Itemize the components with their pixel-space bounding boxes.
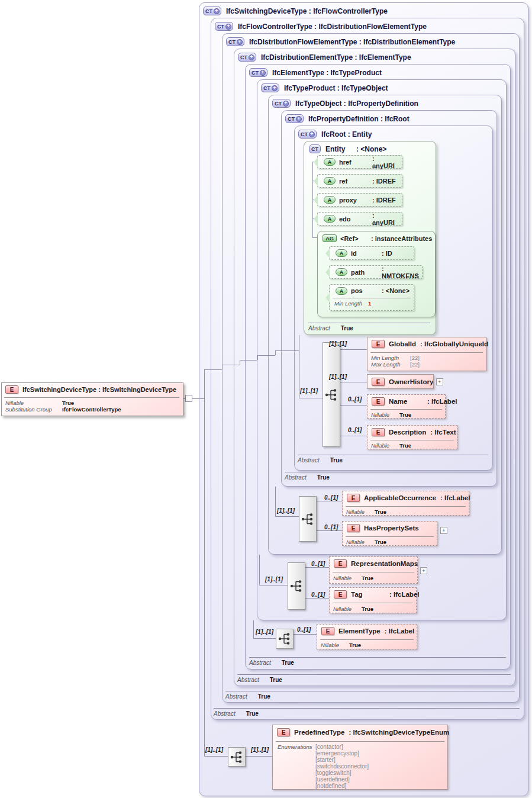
connector-line <box>317 501 342 501</box>
connector-line <box>340 382 367 382</box>
sequence-icon <box>288 562 305 610</box>
nillable-row: NillableTrue <box>333 606 373 612</box>
divider <box>333 298 411 298</box>
connector-line <box>240 360 257 361</box>
connector-line <box>340 349 367 350</box>
enum-value: [emergencystop] <box>315 750 369 757</box>
connector-line <box>259 585 288 585</box>
nillable-row: NillableTrue <box>333 575 373 581</box>
cardinality-label: 0..[1] <box>324 524 338 530</box>
cardinality-label: [1]..[1] <box>277 507 295 514</box>
element-applicableoccurrence: EApplicableOccurrence: IfcLabel Nillable… <box>342 491 469 516</box>
attribute-id: Aid: ID <box>329 246 414 260</box>
divider <box>333 572 414 572</box>
element-description: EDescription: IfcText NillableTrue <box>367 425 457 449</box>
attribute-pos: Apos: <None> Min Length1 <box>329 284 414 311</box>
derived-plus-icon: + <box>283 101 289 107</box>
cardinality-label: 0..[1] <box>311 561 325 567</box>
connector-trunk <box>204 369 205 757</box>
connector-line <box>246 756 272 757</box>
abstract-footer-ifcflowcontrollertype: AbstractTrue <box>214 708 520 717</box>
nillable-row: NillableTrue <box>5 400 74 406</box>
element-representationmaps: ERepresentationMaps NillableTrue <box>329 556 418 584</box>
complextype-icon: CT+ <box>249 68 267 77</box>
type-title: IfcDistributionElementType : IfcElementT… <box>261 53 411 62</box>
cardinality-label: [1]..[1] <box>251 746 269 753</box>
sequence-icon <box>299 496 317 542</box>
cardinality-label: [1]..[1] <box>265 576 283 583</box>
type-title: IfcFlowControllerType : IfcDistributionF… <box>238 22 427 31</box>
attribute-icon: A <box>336 268 347 276</box>
expand-icon[interactable]: + <box>440 527 447 534</box>
complextype-icon: CT <box>309 144 321 153</box>
connector-line <box>240 360 240 365</box>
element-icon: E <box>334 590 347 598</box>
type-title: IfcTypeProduct : IfcTypeObject <box>284 84 388 92</box>
divider <box>333 603 413 603</box>
element-icon: E <box>372 397 385 406</box>
enum-value: [starter] <box>315 757 369 763</box>
element-icon: E <box>372 378 385 386</box>
divider <box>276 741 444 742</box>
cardinality-label: [1]..[1] <box>329 374 347 380</box>
type-title: IfcRoot : Entity <box>321 130 372 139</box>
sequence-glyph <box>301 512 315 526</box>
connector-line <box>257 355 258 360</box>
connector-line <box>192 398 205 399</box>
enum-value: [switchdisconnector] <box>315 763 369 770</box>
sequence-icon <box>276 629 294 649</box>
divider <box>346 536 434 537</box>
complextype-icon: CT+ <box>261 83 279 92</box>
expand-icon[interactable]: + <box>420 567 427 574</box>
sequence-icon <box>323 342 340 447</box>
connector-line <box>299 398 323 398</box>
divider <box>370 352 483 353</box>
substitution-group-row: Substitution GroupIfcFlowControllerType <box>5 406 121 413</box>
derived-plus-icon: + <box>272 85 278 91</box>
nillable-row: NillableTrue <box>371 442 411 449</box>
attribute-group-icon: AG <box>323 234 337 242</box>
attribute-icon: A <box>336 249 347 257</box>
global-element-ifcswitchingdevicetype: EIfcSwitchingDeviceType : IfcSwitchingDe… <box>1 382 183 416</box>
cardinality-label: 0..[1] <box>297 626 311 633</box>
element-icon: E <box>347 524 360 532</box>
enumeration-values: [contactor] [emergencystop] [starter] [s… <box>315 744 369 789</box>
connector-line <box>257 355 275 356</box>
derived-plus-icon: + <box>237 39 243 45</box>
sequence-icon <box>228 747 246 767</box>
element-elementtype: EElementType: IfcLabel NillableTrue <box>317 624 417 649</box>
element-icon: E <box>372 340 385 348</box>
sequence-glyph <box>230 750 244 764</box>
abstract-footer-entity: AbstractTrue <box>308 323 430 332</box>
complextype-icon: CT+ <box>285 114 304 123</box>
expand-icon[interactable]: + <box>436 378 443 385</box>
abstract-footer-ifcroot: AbstractTrue <box>298 455 488 464</box>
element-icon: E <box>347 494 360 502</box>
attribute-icon: A <box>324 215 336 223</box>
connector-line <box>340 436 367 436</box>
connector-line <box>222 365 223 369</box>
sequence-glyph <box>324 388 338 402</box>
abstract-footer-ifcdistributionflowelementtype: AbstractTrue <box>225 691 515 700</box>
divider <box>370 409 442 410</box>
enumerations-label: Enumerations <box>278 744 312 750</box>
enum-value: [toggleswitch] <box>315 770 369 776</box>
cardinality-label: [1]..[1] <box>205 746 223 753</box>
derived-plus-icon: + <box>309 131 315 137</box>
enum-value: [contactor] <box>315 744 369 750</box>
attribute-icon: A <box>324 177 336 185</box>
constraint-row: Min Length1 <box>334 300 371 307</box>
element-globalid: EGlobalId: IfcGloballyUniqueId Min Lengt… <box>367 337 486 371</box>
sequence-glyph <box>289 579 304 593</box>
connector-line <box>222 365 240 365</box>
nillable-row: NillableTrue <box>346 539 386 545</box>
connector-line <box>204 756 228 757</box>
connector-line <box>275 516 299 517</box>
derived-plus-icon: + <box>260 70 266 76</box>
type-title: IfcElementType : IfcTypeProduct <box>272 69 382 77</box>
attribute-icon: A <box>324 158 336 166</box>
complextype-icon: CT+ <box>215 22 233 31</box>
cardinality-label: 0..[1] <box>348 396 362 403</box>
derived-plus-icon: + <box>296 116 302 122</box>
derived-plus-icon: + <box>225 24 231 30</box>
